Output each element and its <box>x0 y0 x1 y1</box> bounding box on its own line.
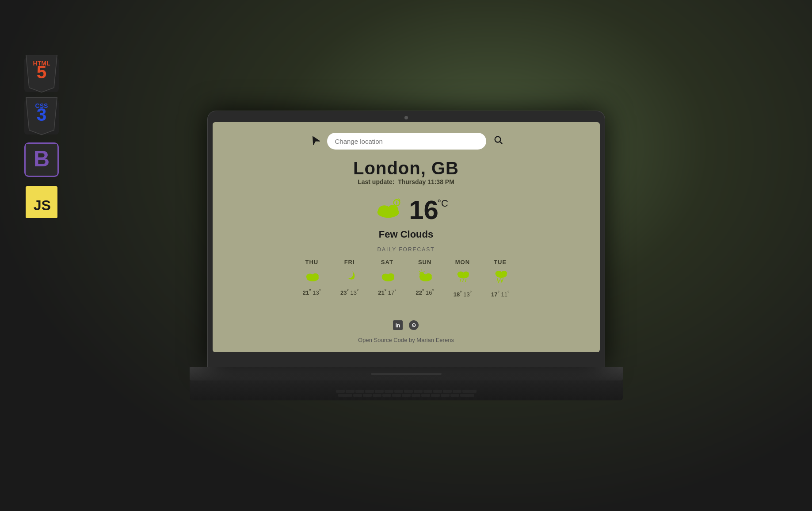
svg-line-42 <box>498 280 499 283</box>
svg-line-40 <box>499 279 500 281</box>
laptop: London, GB Last update: Thursday 11:38 P… <box>190 111 623 400</box>
svg-text:JS: JS <box>34 197 51 213</box>
svg-line-39 <box>497 279 498 281</box>
bootstrap-badge: B <box>24 142 59 177</box>
search-button[interactable] <box>493 135 503 147</box>
github-link[interactable]: ⊙ <box>409 320 419 332</box>
weather-header <box>226 133 587 150</box>
svg-text:CSS: CSS <box>35 102 48 109</box>
mon-label: MON <box>455 259 470 265</box>
svg-text:HTML: HTML <box>33 60 50 67</box>
tue-icon <box>492 268 509 287</box>
laptop-base <box>190 367 623 380</box>
tue-temps: 17° 11° <box>491 290 509 298</box>
last-update: Last update: Thursday 11:38 PM <box>358 178 454 185</box>
svg-line-41 <box>502 279 503 281</box>
thu-temps: 21° 13° <box>303 288 321 296</box>
fri-icon <box>341 268 358 285</box>
javascript-badge: JS <box>24 185 59 219</box>
fri-label: FRI <box>344 259 355 265</box>
svg-text:B: B <box>34 146 50 171</box>
sun-temps: 22° 16° <box>416 288 434 296</box>
forecast-thu: THU 21° 13° <box>293 259 331 298</box>
mon-temps: 18° 13° <box>454 290 472 298</box>
sun-label: SUN <box>418 259 431 265</box>
svg-text:⊙: ⊙ <box>412 322 416 328</box>
svg-point-25 <box>425 273 432 279</box>
svg-point-19 <box>312 273 319 279</box>
last-update-label: Last update: <box>358 178 394 185</box>
svg-point-32 <box>463 272 469 277</box>
location-search-input[interactable] <box>327 133 486 150</box>
svg-point-11 <box>495 137 500 142</box>
current-weather-icon <box>374 194 404 225</box>
svg-line-29 <box>419 271 420 272</box>
thu-icon <box>303 268 320 285</box>
thu-label: THU <box>305 259 319 265</box>
svg-point-15 <box>388 205 399 214</box>
city-name: London, GB <box>353 158 459 178</box>
footer: in ⊙ Open Source Code by Marian Eerens <box>358 311 454 343</box>
current-location-button[interactable] <box>309 134 320 148</box>
svg-point-37 <box>495 271 502 276</box>
linkedin-link[interactable]: in <box>393 320 403 332</box>
svg-line-35 <box>465 279 466 282</box>
temperature-value: 16°C <box>409 195 438 225</box>
weather-condition: Few Clouds <box>379 229 433 240</box>
fri-temps: 23° 13° <box>340 288 358 296</box>
laptop-notch <box>371 373 442 375</box>
svg-point-31 <box>457 272 464 277</box>
tue-label: TUE <box>494 259 507 265</box>
footer-credit: Open Source Code by Marian Eerens <box>358 337 454 343</box>
css3-badge: 3 CSS <box>24 100 59 134</box>
svg-line-33 <box>460 279 461 282</box>
svg-line-28 <box>424 271 425 272</box>
laptop-keyboard <box>190 380 623 400</box>
forecast-fri: FRI 23° 13° <box>331 259 368 298</box>
sun-icon <box>416 268 433 285</box>
last-update-time: Thursday 11:38 PM <box>398 178 454 185</box>
svg-marker-10 <box>309 134 320 145</box>
temperature-display: 16°C <box>409 195 438 225</box>
sat-label: SAT <box>381 259 393 265</box>
laptop-screen-bezel: London, GB Last update: Thursday 11:38 P… <box>207 111 605 367</box>
mon-icon <box>454 268 471 287</box>
forecast-row: THU 21° 13° FRI <box>226 259 587 298</box>
forecast-tue: TUE <box>481 259 519 298</box>
daily-forecast-label: DAILY FORECAST <box>377 246 435 253</box>
svg-line-34 <box>463 279 464 282</box>
html5-badge: 5 HTML <box>24 58 59 92</box>
svg-line-12 <box>500 142 502 144</box>
forecast-sun: SUN 22° 1 <box>406 259 444 298</box>
svg-point-26 <box>419 272 424 277</box>
tech-icons-panel: 5 HTML 3 CSS B JS <box>24 58 59 219</box>
svg-text:in: in <box>396 323 400 329</box>
svg-point-38 <box>501 271 507 276</box>
svg-point-22 <box>388 273 394 279</box>
forecast-sat: SAT 21° 17° <box>368 259 406 298</box>
footer-links: in ⊙ <box>393 320 419 332</box>
keyboard-keys <box>336 390 477 397</box>
svg-line-43 <box>501 280 502 283</box>
sat-temps: 21° 17° <box>378 288 396 296</box>
sat-icon <box>379 268 396 285</box>
forecast-mon: MON 18° 13° <box>444 259 481 298</box>
current-weather: 16°C <box>374 194 438 225</box>
laptop-camera <box>404 116 408 119</box>
weather-app-screen: London, GB Last update: Thursday 11:38 P… <box>213 122 600 352</box>
